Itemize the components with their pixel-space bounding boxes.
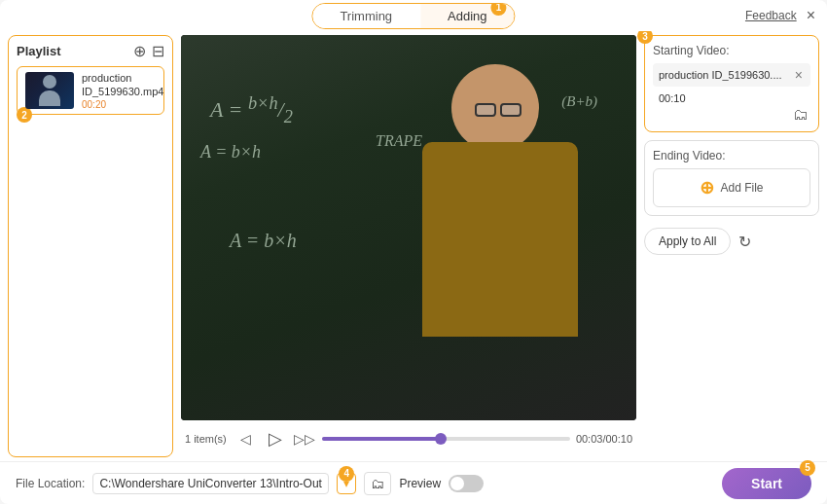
math-eq2: A = b×h: [200, 142, 261, 162]
starting-video-box: 3 Starting Video: production ID_5199630.…: [644, 35, 819, 132]
starting-clear-button[interactable]: ×: [793, 67, 805, 83]
tab-trimming-label: Trimming: [340, 9, 392, 23]
apply-all-row: Apply to All ↻: [644, 228, 819, 255]
add-playlist-icon[interactable]: ⊕: [133, 42, 146, 60]
starting-duration: 00:10: [653, 90, 810, 106]
playlist-badge: 2: [17, 107, 32, 123]
starting-filename: production ID_5199630....: [659, 69, 793, 81]
add-file-icon: ⊕: [700, 177, 714, 198]
starting-file-row: production ID_5199630.... ×: [653, 63, 810, 87]
video-preview: A = b×h/2 A = b×h A = b×h TRAPE (B+b): [181, 35, 636, 420]
playlist-item-name: production ID_5199630.mp4: [82, 71, 163, 99]
progress-bar[interactable]: [322, 437, 570, 441]
feedback-button[interactable]: Feedback: [745, 9, 797, 22]
playlist-item-info: production ID_5199630.mp4 00:20: [82, 71, 163, 110]
time-total: 00:10: [605, 433, 632, 445]
time-display: 00:03/00:10: [576, 433, 632, 445]
right-panel: 3 Starting Video: production ID_5199630.…: [644, 35, 819, 457]
glass-left: [475, 103, 496, 117]
video-controls: 1 item(s) ◁ ▷ ▷▷ 00:03/00:10: [181, 420, 636, 457]
progress-fill: [322, 437, 441, 441]
playlist-icons: ⊕ ⊟: [133, 42, 164, 60]
ending-video-box: Ending Video: ⊕ Add File: [644, 140, 819, 216]
chalkboard-bg: A = b×h/2 A = b×h A = b×h TRAPE (B+b): [181, 35, 636, 420]
rewind-button[interactable]: ◁: [234, 427, 258, 450]
starting-badge: 3: [637, 31, 653, 44]
items-count: 1 item(s): [185, 433, 227, 445]
add-file-label: Add File: [720, 181, 763, 195]
math-eq4: TRAPE: [376, 132, 422, 150]
playlist-item-duration: 00:20: [82, 99, 163, 110]
playlist-thumbnail: [25, 72, 74, 109]
toggle-knob: [450, 477, 464, 490]
tab-trimming[interactable]: Trimming: [312, 4, 419, 28]
video-area: A = b×h/2 A = b×h A = b×h TRAPE (B+b) 1: [181, 35, 636, 457]
starting-folder-button[interactable]: 🗂: [791, 106, 810, 124]
dropdown-badge: 4: [339, 466, 354, 482]
progress-thumb: [435, 433, 447, 445]
close-button[interactable]: ×: [807, 8, 815, 23]
preview-label: Preview: [399, 477, 441, 490]
dropdown-button[interactable]: 4 ▾: [337, 473, 356, 494]
preview-toggle[interactable]: [449, 475, 484, 492]
bottom-bar: File Location: 4 ▾ 🗂 Preview 5 Start: [0, 461, 827, 504]
main-content: Playlist ⊕ ⊟ 2 production ID_5199630.mp4: [0, 31, 827, 461]
file-location-input[interactable]: [92, 473, 329, 494]
start-badge: 5: [800, 460, 815, 476]
math-eq5: (B+b): [561, 93, 597, 110]
playlist-title: Playlist: [17, 44, 61, 58]
file-location-label: File Location:: [16, 477, 85, 490]
add-file-button[interactable]: ⊕ Add File: [653, 168, 810, 207]
glass-right: [500, 103, 521, 117]
play-button[interactable]: ▷: [264, 427, 287, 450]
starting-label: Starting Video:: [653, 44, 810, 57]
math-eq1: A = b×h/2: [210, 93, 293, 127]
playlist-panel: Playlist ⊕ ⊟ 2 production ID_5199630.mp4: [8, 35, 173, 457]
tab-adding[interactable]: 1 Adding: [420, 4, 514, 28]
playlist-header: Playlist ⊕ ⊟: [9, 36, 172, 66]
person-glasses: [475, 103, 521, 117]
starting-folder-row: 🗂: [653, 106, 810, 124]
thumbnail-face: [36, 75, 63, 106]
folder-button[interactable]: 🗂: [364, 472, 391, 495]
playlist-item[interactable]: production ID_5199630.mp4 00:20: [17, 66, 164, 115]
tab-group: Trimming 1 Adding: [311, 3, 515, 29]
settings-playlist-icon[interactable]: ⊟: [152, 42, 164, 60]
start-label: Start: [751, 476, 782, 491]
tab-adding-badge: 1: [491, 3, 507, 16]
apply-all-button[interactable]: Apply to All: [644, 228, 731, 255]
refresh-icon[interactable]: ↻: [738, 233, 751, 251]
tab-adding-label: Adding: [448, 9, 486, 23]
time-current: 00:03: [576, 433, 603, 445]
forward-button[interactable]: ▷▷: [293, 427, 316, 450]
start-button[interactable]: 5 Start: [722, 468, 811, 499]
person-body: [422, 142, 578, 337]
math-eq3: A = b×h: [230, 230, 297, 252]
ending-label: Ending Video:: [653, 149, 810, 162]
title-bar: Trimming 1 Adding Feedback ×: [0, 0, 827, 31]
app-window: Trimming 1 Adding Feedback × Playlist ⊕ …: [0, 0, 827, 504]
